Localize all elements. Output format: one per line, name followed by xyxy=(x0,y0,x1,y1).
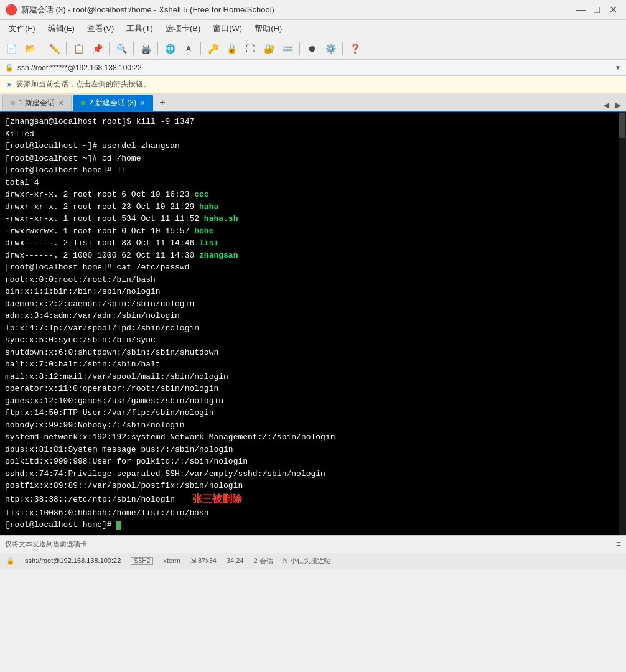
maximize-button[interactable]: □ xyxy=(589,2,605,18)
terminal-prompt-line: [root@localhost home]# xyxy=(5,519,614,531)
statusbar-left: 仅将文本发送到当前选项卡 xyxy=(5,539,606,549)
tabbar: 1 新建会话 ✕ 2 新建会话 (3) ✕ + ◀ ▶ xyxy=(0,93,626,112)
address-text[interactable]: ssh://root:******@192.168.138.100:22 xyxy=(17,63,615,72)
terminal-line: [root@localhost ~]# cd /home xyxy=(5,152,614,165)
user-info: N 小仁头接近哒 xyxy=(283,556,331,566)
tab-2-close[interactable]: ✕ xyxy=(140,100,145,106)
addressbar: 🔒 ssh://root:******@192.168.138.100:22 ▼ xyxy=(0,60,626,76)
terminal-line: lisi:x:10086:0:hhahah:/home/lisi:/bin/ba… xyxy=(5,507,614,520)
tab-2-label: 2 新建会话 (3) xyxy=(89,98,136,108)
terminal-line: [zhangsan@localhost root]$ kill -9 1347 xyxy=(5,116,614,128)
tab-nav-right[interactable]: ▶ xyxy=(613,100,624,111)
tab-nav-left[interactable]: ◀ xyxy=(601,100,612,111)
terminal-line: total 4 xyxy=(5,177,614,189)
terminal-line: lp:x:4:7:lp:/var/spool/lpd:/sbin/nologin xyxy=(5,322,614,335)
terminal[interactable]: [zhangsan@localhost root]$ kill -9 1347 … xyxy=(0,112,619,535)
address-dropdown[interactable]: ▼ xyxy=(615,64,621,71)
terminal-line: operator:x:11:0:operator:/root:/sbin/nol… xyxy=(5,383,614,395)
encrypt-button[interactable]: 🔐 xyxy=(260,40,278,57)
terminal-line: drwxr-xr-x. 2 root root 6 Oct 10 16:23 c… xyxy=(5,189,614,201)
terminal-line: drwx------. 2 1000 1000 62 Oct 11 14:30 … xyxy=(5,250,614,262)
terminal-line: polkitd:x:999:998:User for polkitd:/:/sb… xyxy=(5,455,614,468)
key-button[interactable]: 🔑 xyxy=(204,40,222,57)
edit-button[interactable]: ✏️ xyxy=(45,40,63,57)
keyboard-button[interactable]: ⌨️ xyxy=(279,40,296,57)
terminal-line: games:x:12:100:games:/usr/games:/sbin/no… xyxy=(5,395,614,408)
infobar: ➤ 要添加当前会话，点击左侧的箭头按钮。 xyxy=(0,76,626,93)
terminal-line: sync:x:5:0:sync:/sbin:/bin/sync xyxy=(5,334,614,347)
print-button[interactable]: 🖨️ xyxy=(137,40,154,57)
terminal-line: adm:x:3:4:adm:/var/adm:/sbin/nologin xyxy=(5,310,614,322)
text-button[interactable]: A xyxy=(180,40,197,57)
statusbar: 仅将文本发送到当前选项卡 ≡ xyxy=(0,535,626,553)
protocol-badge: SSH2 xyxy=(131,557,153,565)
settings-button[interactable]: ⚙️ xyxy=(322,40,339,57)
menubar: 文件(F) 编辑(E) 查看(V) 工具(T) 选项卡(B) 窗口(W) 帮助(… xyxy=(0,20,626,37)
menu-window[interactable]: 窗口(W) xyxy=(207,22,248,35)
cursor xyxy=(116,521,121,530)
terminal-line: halt:x:7:0:halt:/sbin:/sbin/halt xyxy=(5,358,614,371)
terminal-line: dbus:x:81:81:System message bus:/:/sbin/… xyxy=(5,444,614,456)
menu-tools[interactable]: 工具(T) xyxy=(120,22,159,35)
tb-sep7 xyxy=(299,42,300,55)
open-button[interactable]: 📂 xyxy=(21,40,39,57)
menu-view[interactable]: 查看(V) xyxy=(81,22,120,35)
terminal-line: Killed xyxy=(5,128,614,141)
menu-file[interactable]: 文件(F) xyxy=(2,22,42,35)
terminal-line: nobody:x:99:99:Nobody:/:/sbin/nologin xyxy=(5,419,614,432)
tab-1-dot xyxy=(11,101,15,105)
minimize-button[interactable]: — xyxy=(572,2,589,18)
menu-edit[interactable]: 编辑(E) xyxy=(42,22,81,35)
record-button[interactable]: ⏺ xyxy=(303,40,320,57)
terminal-line: daemon:x:2:2:daemon:/sbin:/sbin/nologin xyxy=(5,298,614,310)
help-button[interactable]: ❓ xyxy=(346,40,363,57)
fullscreen-button[interactable]: ⛶ xyxy=(241,40,259,57)
lock-icon: 🔒 xyxy=(5,63,14,72)
vertical-scrollbar[interactable] xyxy=(619,112,626,535)
tb-sep5 xyxy=(157,42,158,55)
add-tab-button[interactable]: + xyxy=(154,95,171,111)
window-title: 新建会话 (3) - root@localhost:/home - Xshell… xyxy=(21,4,572,16)
tb-sep6 xyxy=(200,42,201,55)
tab-1[interactable]: 1 新建会话 ✕ xyxy=(2,95,72,111)
tb-sep1 xyxy=(42,42,42,55)
lock-icon: 🔒 xyxy=(6,557,15,565)
find-button[interactable]: 🔍 xyxy=(113,40,130,57)
terminal-line: bin:x:1:1:bin:/bin:/sbin/nologin xyxy=(5,286,614,298)
menu-help[interactable]: 帮助(H) xyxy=(248,22,288,35)
tb-sep8 xyxy=(342,42,343,55)
tb-sep3 xyxy=(109,42,110,55)
copy-button[interactable]: 📋 xyxy=(70,40,87,57)
terminal-line: sshd:x:74:74:Privilege-separated SSH:/va… xyxy=(5,468,614,480)
arrow-icon: ➤ xyxy=(6,80,12,89)
session-count: 2 会话 xyxy=(253,556,273,566)
terminal-line: mail:x:8:12:mail:/var/spool/mail:/sbin/n… xyxy=(5,371,614,383)
size-indicator: ⇲ 87x34 xyxy=(190,557,217,565)
terminal-line: shutdown:x:6:0:shutdown:/sbin:/sbin/shut… xyxy=(5,347,614,359)
scrollbar-thumb[interactable] xyxy=(619,113,625,138)
terminal-line: postfix:x:89:89::/var/spool/postfix:/sbi… xyxy=(5,480,614,492)
terminal-line: ftp:x:14:50:FTP User:/var/ftp:/sbin/nolo… xyxy=(5,407,614,419)
app-icon: 🔴 xyxy=(5,4,17,16)
terminal-line: [root@localhost home]# cat /etc/passwd xyxy=(5,261,614,274)
lock-button[interactable]: 🔒 xyxy=(223,40,240,57)
close-button[interactable]: ✕ xyxy=(605,2,621,18)
tab-1-label: 1 新建会话 xyxy=(19,98,55,108)
cursor-position: 34,24 xyxy=(227,557,244,564)
toolbar: 📄 📂 ✏️ 📋 📌 🔍 🖨️ 🌐 A 🔑 🔒 ⛶ 🔐 ⌨️ ⏺ ⚙️ ❓ xyxy=(0,37,626,60)
tab-2[interactable]: 2 新建会话 (3) ✕ xyxy=(73,95,153,111)
tab-1-close[interactable]: ✕ xyxy=(58,100,63,106)
new-session-button[interactable]: 📄 xyxy=(2,40,20,57)
statusbar-menu-icon[interactable]: ≡ xyxy=(616,539,621,549)
tb-sep2 xyxy=(66,42,67,55)
terminal-line: -rwxr-xr-x. 1 root root 534 Oct 11 11:52… xyxy=(5,213,614,225)
terminal-line: -rwxrwxrwx. 1 root root 0 Oct 10 15:57 h… xyxy=(5,225,614,238)
terminal-line: drwxr-xr-x. 2 root root 23 Oct 10 21:29 … xyxy=(5,201,614,213)
terminal-line: [root@localhost home]# ll xyxy=(5,164,614,177)
terminal-line: ntp:x:38:38::/etc/ntp:/sbin/nologin 张三被删… xyxy=(5,492,614,507)
bottombar: 🔒 ssh://root@192.168.138.100:22 SSH2 xte… xyxy=(0,553,626,569)
paste-button[interactable]: 📌 xyxy=(88,40,106,57)
annotation-zhangsan: 张三被删除 xyxy=(192,492,242,507)
globe-button[interactable]: 🌐 xyxy=(161,40,179,57)
menu-tabs[interactable]: 选项卡(B) xyxy=(159,22,207,35)
